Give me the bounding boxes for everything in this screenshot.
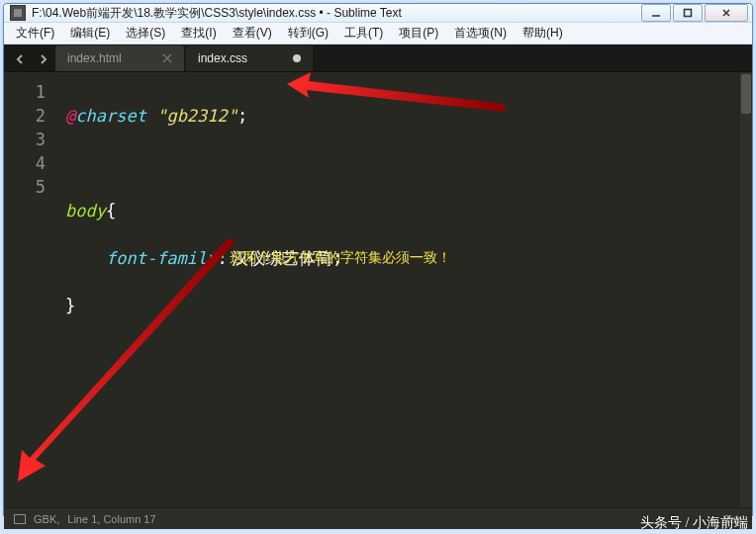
- menu-find[interactable]: 查找(I): [173, 23, 224, 44]
- arrow-icon: [287, 72, 515, 114]
- menu-view[interactable]: 查看(V): [225, 23, 280, 44]
- title-bar[interactable]: F:\04.Web前端开发\18.教学实例\CSS3\style\index.c…: [4, 4, 752, 23]
- close-icon[interactable]: [162, 53, 172, 63]
- status-encoding[interactable]: GBK,: [34, 513, 59, 525]
- panel-toggle-icon[interactable]: [14, 514, 26, 524]
- svg-marker-7: [18, 238, 236, 482]
- scrollbar-thumb[interactable]: [741, 74, 751, 114]
- tab-label: index.html: [67, 51, 135, 65]
- tab-index-html[interactable]: index.html: [55, 45, 184, 71]
- menu-edit[interactable]: 编辑(E): [62, 23, 118, 44]
- menu-file[interactable]: 文件(F): [8, 23, 62, 44]
- maximize-button[interactable]: [673, 4, 703, 22]
- annotation-text: 这两个地方书写的字符集必须一致！: [230, 246, 451, 270]
- status-cursor-pos: Line 1, Column 17: [67, 513, 155, 525]
- watermark-text: 头条号 / 小海前端: [640, 514, 748, 532]
- tab-label: index.css: [198, 51, 265, 65]
- menu-help[interactable]: 帮助(H): [515, 23, 571, 44]
- menu-project[interactable]: 项目(P): [391, 23, 446, 44]
- minimize-button[interactable]: [641, 4, 671, 22]
- window-title: F:\04.Web前端开发\18.教学实例\CSS3\style\index.c…: [32, 5, 641, 22]
- menu-preferences[interactable]: 首选项(N): [446, 23, 515, 44]
- vertical-scrollbar[interactable]: [738, 72, 752, 507]
- menu-selection[interactable]: 选择(S): [118, 23, 173, 44]
- tab-index-css[interactable]: index.css: [186, 45, 313, 71]
- menu-tools[interactable]: 工具(T): [336, 23, 391, 44]
- tab-scroll-left-icon[interactable]: [8, 47, 32, 71]
- app-icon: [10, 5, 26, 21]
- dirty-indicator-icon: [293, 54, 301, 62]
- code-editor[interactable]: @charset "gb2312"; body{ font-family: 汉仪…: [59, 72, 752, 507]
- tab-scroll-right-icon[interactable]: [32, 47, 55, 71]
- menu-bar: 文件(F) 编辑(E) 选择(S) 查找(I) 查看(V) 转到(G) 工具(T…: [4, 23, 752, 44]
- svg-rect-1: [685, 10, 692, 17]
- close-button[interactable]: [705, 4, 748, 22]
- menu-goto[interactable]: 转到(G): [280, 23, 336, 44]
- svg-marker-6: [287, 72, 505, 112]
- arrow-icon: [16, 238, 243, 486]
- tab-bar: index.html index.css: [4, 44, 752, 72]
